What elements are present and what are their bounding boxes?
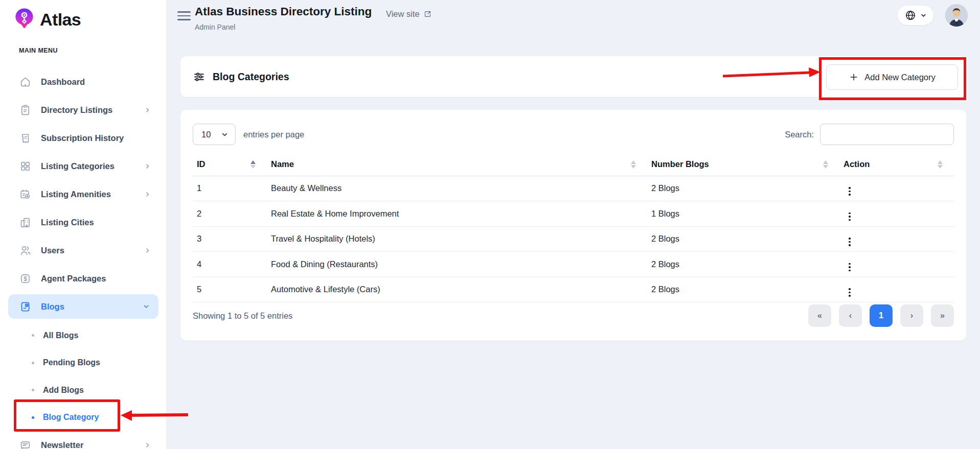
pagination-first-button[interactable]: « (808, 304, 831, 327)
cell-id: 5 (193, 277, 267, 302)
clipboard-icon (19, 104, 32, 116)
sidebar-item-listing-amenities[interactable]: Listing Amenities (0, 180, 167, 208)
receipt-icon (19, 132, 32, 145)
sidebar-item-directory-listings[interactable]: Directory Listings (0, 96, 167, 124)
sidebar-item-label: Listing Amenities (41, 190, 111, 199)
kebab-menu-icon[interactable] (844, 263, 851, 271)
page-size-select[interactable]: 10 (193, 124, 236, 145)
cell-number-blogs: 2 Blogs (647, 252, 839, 277)
column-header-name[interactable]: Name (267, 153, 647, 176)
submenu-item-add-blogs[interactable]: Add Blogs (0, 376, 167, 404)
bullet-icon (32, 389, 34, 391)
menu-section-label: MAIN MENU (19, 47, 58, 54)
chevron-right-icon (144, 191, 151, 198)
column-header-action[interactable]: Action (839, 153, 954, 176)
page-title: Atlas Business Directory Listing (195, 5, 372, 18)
submenu-item-pending-blogs[interactable]: Pending Blogs (0, 349, 167, 377)
hamburger-menu-icon[interactable] (177, 11, 191, 23)
sidebar-item-blogs[interactable]: Blogs (8, 294, 158, 319)
sort-icon (823, 160, 828, 169)
pagination-last-button[interactable]: » (931, 304, 954, 327)
kebab-menu-icon[interactable] (844, 187, 851, 195)
chevron-right-icon (144, 441, 151, 449)
cell-id: 3 (193, 226, 267, 252)
pagination-page-1-button[interactable]: 1 (870, 304, 893, 327)
view-site-link[interactable]: View site (386, 9, 432, 19)
cell-number-blogs: 2 Blogs (647, 277, 839, 302)
bullet-icon (32, 334, 34, 337)
cell-name: Beauty & Wellness (267, 176, 647, 201)
sidebar-item-users[interactable]: Users (0, 237, 167, 265)
submenu-item-label: Add Blogs (43, 386, 84, 395)
view-site-label: View site (386, 9, 420, 19)
dollar-icon: $ (19, 272, 32, 285)
table-header-row: ID Name Number Blogs Action (193, 153, 954, 176)
cell-number-blogs: 2 Blogs (647, 176, 839, 201)
home-icon (19, 76, 32, 88)
bullet-icon (32, 362, 34, 364)
submenu-item-blog-category[interactable]: Blog Category (0, 404, 167, 432)
categories-table: ID Name Number Blogs Action 1 Beauty & W… (193, 153, 954, 302)
sidebar-item-dashboard[interactable]: Dashboard (0, 68, 167, 96)
pagination-prev-button[interactable]: ‹ (839, 304, 862, 327)
logo-wordmark: Atlas (40, 10, 81, 30)
sidebar-item-listing-cities[interactable]: Listing Cities (0, 208, 167, 237)
chevron-right-icon (144, 162, 151, 170)
blog-categories-card: 10 entries per page Search: ID Name Numb… (180, 110, 966, 341)
plus-icon (849, 72, 859, 82)
sidebar-item-label: Listing Cities (41, 218, 94, 227)
cell-name: Automotive & Lifestyle (Cars) (267, 277, 647, 302)
kebab-menu-icon[interactable] (844, 288, 851, 296)
entries-per-page-label: entries per page (243, 130, 304, 139)
sidebar: Atlas MAIN MENU Dashboard Directory List… (0, 0, 167, 449)
svg-text:$: $ (24, 275, 27, 282)
search-label: Search: (785, 130, 814, 139)
sidebar-item-subscription-history[interactable]: Subscription History (0, 124, 167, 152)
atlas-pin-icon (12, 7, 36, 33)
main-nav: Dashboard Directory Listings Subscriptio… (0, 68, 167, 321)
sidebar-item-label: Listing Categories (41, 161, 115, 171)
sidebar-item-label: Newsletter (41, 440, 83, 449)
sidebar-item-listing-categories[interactable]: Listing Categories (0, 152, 167, 180)
column-header-number-blogs[interactable]: Number Blogs (647, 153, 839, 176)
app-logo[interactable]: Atlas (12, 7, 81, 33)
sort-icon (250, 160, 256, 169)
cell-id: 2 (193, 201, 267, 227)
sidebar-item-label: Dashboard (41, 77, 85, 87)
sort-icon (631, 160, 636, 169)
page-subtitle: Admin Panel (195, 23, 235, 31)
sidebar-item-label: Blogs (41, 302, 64, 312)
sort-icon (938, 160, 943, 169)
kebab-menu-icon[interactable] (844, 238, 851, 246)
chevron-right-icon (144, 106, 151, 114)
cell-name: Food & Dining (Restaurants) (267, 252, 647, 277)
cell-number-blogs: 2 Blogs (647, 226, 839, 252)
language-selector[interactable] (898, 6, 933, 25)
table-footer: Showing 1 to 5 of 5 entries « ‹ 1 › » (193, 304, 954, 327)
cell-name: Real Estate & Home Improvement (267, 201, 647, 227)
submenu-item-label: Pending Blogs (43, 358, 100, 367)
submenu-item-all-blogs[interactable]: All Blogs (0, 322, 167, 349)
add-new-category-button[interactable]: Add New Category (826, 64, 958, 90)
sidebar-item-agent-packages[interactable]: $ Agent Packages (0, 265, 167, 293)
table-row: 2 Real Estate & Home Improvement 1 Blogs (193, 201, 954, 227)
table-row: 4 Food & Dining (Restaurants) 2 Blogs (193, 252, 954, 277)
column-header-id[interactable]: ID (193, 153, 267, 176)
pagination-next-button[interactable]: › (900, 304, 923, 327)
buildings-icon (19, 216, 32, 229)
users-icon (19, 244, 32, 257)
cell-name: Travel & Hospitality (Hotels) (267, 226, 647, 252)
kebab-menu-icon[interactable] (844, 212, 851, 221)
search-input[interactable] (820, 124, 954, 145)
sliders-icon (193, 70, 206, 83)
submenu-item-label: All Blogs (43, 331, 78, 340)
cell-number-blogs: 1 Blogs (647, 201, 839, 227)
blogs-submenu: All Blogs Pending Blogs Add Blogs Blog C… (0, 322, 167, 431)
panel-title: Blog Categories (213, 71, 289, 83)
user-avatar[interactable] (945, 4, 968, 27)
page-size-value: 10 (201, 130, 211, 139)
sidebar-item-label: Directory Listings (41, 105, 112, 115)
bullet-icon (32, 416, 34, 419)
globe-icon (904, 9, 917, 21)
sidebar-item-newsletter[interactable]: Newsletter (0, 431, 167, 449)
